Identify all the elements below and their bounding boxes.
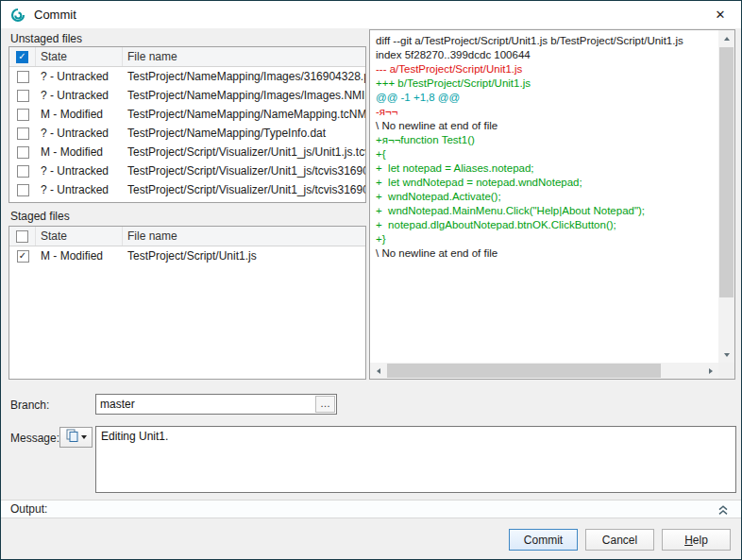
vertical-scrollbar-thumb[interactable]: [719, 47, 734, 297]
file-row[interactable]: ? - UntrackedTestProject/NameMapping/Ima…: [9, 86, 365, 105]
file-checkbox-cell: [9, 67, 36, 86]
file-checkbox-cell: [9, 180, 36, 199]
column-header-filename[interactable]: File name: [123, 227, 365, 246]
file-state: ? - Untracked: [36, 124, 123, 143]
diff-line: + wndNotepad.Activate();: [376, 190, 718, 204]
file-checkbox-cell: [9, 124, 36, 143]
file-row[interactable]: M - ModifiedTestProject/Script/Visualize…: [9, 143, 365, 161]
branch-input[interactable]: [96, 395, 313, 414]
diff-view[interactable]: diff --git a/TestProject/Script/Unit1.js…: [369, 29, 735, 380]
diff-line: @@ -1 +1,8 @@: [376, 91, 718, 105]
staged-files-table: State File name ✓M - ModifiedTestProject…: [8, 226, 366, 380]
file-checkbox[interactable]: [17, 127, 29, 140]
file-row[interactable]: ? - UntrackedTestProject/Script/Visualiz…: [9, 180, 365, 199]
message-history-button[interactable]: [59, 427, 93, 448]
commit-dialog: Commit ✕ Unstaged files ✓ State File nam…: [0, 0, 742, 560]
scroll-left-icon[interactable]: [370, 363, 386, 379]
staged-table-header: State File name: [9, 227, 365, 246]
file-checkbox[interactable]: ✓: [17, 250, 29, 263]
unstaged-rows: ? - UntrackedTestProject/NameMapping/Ima…: [9, 67, 365, 199]
file-state: M - Modified: [36, 143, 123, 161]
staged-files-label: Staged files: [10, 210, 70, 223]
help-button-label: Help: [684, 534, 708, 547]
file-name: TestProject/NameMapping/Images/316904328…: [123, 67, 365, 86]
select-all-cell: ✓: [9, 47, 36, 66]
diff-line: +}: [376, 232, 718, 246]
file-state: M - Modified: [36, 246, 123, 265]
file-name: TestProject/Script/Visualizer/Unit1_js/t…: [123, 161, 365, 180]
commit-message-input[interactable]: Editing Unit1.: [95, 426, 736, 493]
file-row[interactable]: ? - UntrackedTestProject/NameMapping/Typ…: [9, 124, 365, 143]
diff-line: + let notepad = Aliases.notepad;: [376, 161, 718, 176]
diff-content: diff --git a/TestProject/Script/Unit1.js…: [371, 31, 718, 363]
branch-field: …: [95, 394, 337, 415]
file-state: ? - Untracked: [36, 161, 123, 180]
staged-rows: ✓M - ModifiedTestProject/Script/Unit1.js: [9, 246, 365, 265]
file-checkbox[interactable]: [17, 184, 29, 196]
file-row[interactable]: ✓M - ModifiedTestProject/Script/Unit1.js: [9, 246, 365, 265]
chevron-down-icon: [81, 435, 87, 439]
output-label: Output:: [10, 502, 47, 516]
paste-message-icon: [66, 429, 78, 446]
file-checkbox-cell: ✓: [9, 246, 36, 265]
column-header-filename[interactable]: File name: [123, 47, 365, 66]
scroll-right-icon[interactable]: [702, 363, 718, 379]
file-name: TestProject/NameMapping/NameMapping.tcNM: [123, 105, 365, 124]
file-state: ? - Untracked: [36, 86, 123, 105]
file-name: TestProject/NameMapping/Images/Images.NM…: [123, 86, 365, 105]
file-row[interactable]: M - ModifiedTestProject/NameMapping/Name…: [9, 105, 365, 124]
file-checkbox-cell: [9, 143, 36, 161]
close-icon[interactable]: ✕: [712, 8, 729, 23]
column-header-state[interactable]: State: [36, 47, 123, 66]
scrollbar-corner: [718, 363, 734, 379]
select-all-checkbox[interactable]: ✓: [16, 51, 28, 63]
diff-line: diff --git a/TestProject/Script/Unit1.js…: [376, 34, 718, 48]
diff-line: +++ b/TestProject/Script/Unit1.js: [376, 76, 718, 91]
diff-line: +{: [376, 147, 718, 161]
unstaged-files-label: Unstaged files: [10, 32, 82, 45]
horizontal-scrollbar[interactable]: [370, 363, 718, 379]
file-checkbox[interactable]: [17, 146, 29, 159]
branch-label: Branch:: [10, 399, 49, 412]
file-checkbox[interactable]: [17, 109, 29, 121]
file-state: ? - Untracked: [36, 67, 123, 86]
vertical-scrollbar[interactable]: [718, 30, 734, 363]
file-name: TestProject/Script/Unit1.js: [123, 246, 365, 265]
file-name: TestProject/NameMapping/TypeInfo.dat: [123, 124, 365, 143]
collapse-chevrons-icon[interactable]: [717, 504, 730, 516]
branch-browse-button[interactable]: …: [315, 396, 335, 413]
cancel-button-label: Cancel: [602, 534, 637, 547]
diff-line: +я¬¬function Test1(): [376, 133, 718, 147]
select-all-checkbox[interactable]: [16, 230, 28, 243]
file-checkbox[interactable]: [17, 71, 29, 83]
file-checkbox-cell: [9, 105, 36, 124]
select-all-cell: [9, 227, 36, 246]
column-header-state[interactable]: State: [36, 227, 123, 246]
cancel-button[interactable]: Cancel: [585, 529, 654, 551]
message-label: Message:: [10, 432, 59, 445]
file-checkbox-cell: [9, 161, 36, 180]
file-row[interactable]: ? - UntrackedTestProject/NameMapping/Ima…: [9, 67, 365, 86]
diff-line: -я¬¬: [376, 105, 718, 119]
file-state: M - Modified: [36, 105, 123, 124]
commit-button[interactable]: Commit: [509, 529, 578, 551]
help-button[interactable]: Help: [662, 529, 731, 551]
commit-button-label: Commit: [524, 534, 563, 547]
file-row[interactable]: ? - UntrackedTestProject/Script/Visualiz…: [9, 161, 365, 180]
file-checkbox[interactable]: [17, 165, 29, 178]
scroll-up-icon[interactable]: [718, 30, 734, 46]
diff-line: + wndNotepad.MainMenu.Click("Help|About …: [376, 204, 718, 218]
unstaged-table-header: ✓ State File name: [9, 47, 365, 67]
file-checkbox-cell: [9, 86, 36, 105]
horizontal-scrollbar-thumb[interactable]: [387, 364, 661, 378]
file-state: ? - Untracked: [36, 180, 123, 199]
dialog-title: Commit: [34, 8, 76, 22]
diff-line: index 5f28270..399dcdc 100644: [376, 48, 718, 62]
diff-line: + let wndNotepad = notepad.wndNotepad;: [376, 176, 718, 190]
file-checkbox[interactable]: [17, 90, 29, 102]
file-name: TestProject/Script/Visualizer/Unit1_js/t…: [123, 180, 365, 199]
diff-line: + notepad.dlgAboutNotepad.btnOK.ClickBut…: [376, 218, 718, 232]
scroll-down-icon[interactable]: [718, 347, 734, 363]
file-name: TestProject/Script/Visualizer/Unit1_js/U…: [123, 143, 365, 161]
output-section-bar: Output:: [1, 500, 741, 518]
